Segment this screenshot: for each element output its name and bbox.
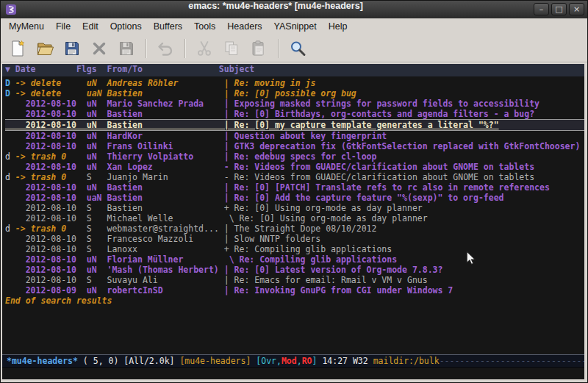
status-close-bracket: ] [312,356,323,366]
toolbar [1,35,587,62]
message-row[interactable]: 2012-08-10 S Lanoxx + Re: Compiling glib… [5,244,584,254]
message-row[interactable]: d -> trash 0 S Juanjo Marin - Re: Videos… [5,172,584,182]
open-file-button[interactable] [34,37,56,60]
toolbar-separator [184,39,185,58]
cursor-position: ( 5, 0) [78,356,123,366]
headers-column-header: ▼ Date Flgs From/To Subject [2,64,584,76]
message-row[interactable]: 2012-08-10 uN HardKor | Question about k… [5,131,584,141]
paste-button[interactable] [248,37,270,60]
menu-options[interactable]: Options [104,18,148,35]
menu-help[interactable]: Help [323,18,354,35]
message-row[interactable]: 2012-08-09 uN robertcInSD | Re: Invoking… [5,285,584,296]
maximize-button[interactable]: □ [551,3,567,15]
message-row[interactable]: D -> delete uaN Bastien | Re: [0] possib… [5,88,584,99]
overwrite-indicator: Ovr [261,356,276,366]
buffer-area: ▼ Date Flgs From/To Subject D -> delete … [2,64,584,379]
message-row[interactable]: 2012-08-10 uaN Bastien | Re: [0] Add the… [5,193,584,203]
toolbar-separator [146,39,146,58]
message-row[interactable]: d -> trash 0 S webmaster@straightd... | … [5,223,584,234]
message-row[interactable]: 2012-08-10 S Bastien + Re: [0] Using org… [5,203,584,213]
menu-headers[interactable]: Headers [221,18,268,35]
copy-button[interactable] [220,37,243,60]
message-row[interactable]: 2012-08-10 uN Mario Sanchez Prada | Expo… [5,99,584,109]
window-controls: –□× [534,3,584,15]
buffer-name: *mu4e-headers* [7,356,78,366]
message-row[interactable]: 2012-08-10 uN Florian Müllner \ Re: Comp… [5,254,584,265]
message-list: D -> delete uN Andreas Röhler | Re: movi… [2,76,584,354]
mode-line: *mu4e-headers* ( 5, 0) [All/2.0k] [mu4e-… [2,354,584,368]
cut-button[interactable] [193,37,215,60]
close-buffer-button[interactable] [88,37,110,60]
status-sep-2: , [297,356,302,366]
frame-body: ▼ Date Flgs From/To Subject D -> delete … [1,62,587,382]
menu-edit[interactable]: Edit [76,18,104,35]
menu-mymenu[interactable]: MyMenu [3,18,50,35]
toolbar-separator [278,39,279,58]
current-message-row[interactable]: 2012-08-10 uN Bastien | Re: [0] my captu… [5,119,584,131]
message-row[interactable]: 2012-08-10 uN Xan Lopez - Re: Videos fro… [5,162,584,172]
message-row[interactable]: 2012-08-10 S Francesco Mazzoli | Slow NN… [5,234,584,244]
message-row[interactable]: D -> delete uN Andreas Röhler | Re: movi… [5,78,584,88]
readonly-indicator: RO [302,356,312,366]
message-count: [All/2.0k] [123,356,179,366]
status-sep-1: , [276,356,282,366]
menu-file[interactable]: File [50,18,76,35]
modified-indicator: Mod [282,356,297,366]
message-row[interactable]: 2012-08-10 S Michael Welle \ Re: [O] Usi… [5,213,584,223]
menu-yasnippet[interactable]: YASnippet [268,18,323,35]
echo-area[interactable] [2,368,584,379]
message-row[interactable]: 2012-08-10 uN Frans Oilinki | GTK3 depre… [5,141,584,151]
menu-buffers[interactable]: Buffers [148,18,188,35]
message-row[interactable]: 2012-08-10 uN Bastien | Re: [0] [PATCH] … [5,182,584,193]
minimize-button[interactable]: – [534,3,549,15]
message-row[interactable]: 2012-08-10 uN Bastien | Re: [0] Birthday… [5,109,584,119]
emacs-icon [5,4,17,15]
week-number: W32 [353,356,373,366]
save-as-button[interactable] [115,37,137,60]
menu-tools[interactable]: Tools [188,18,221,35]
clock: 14:27 [322,356,353,366]
new-file-button[interactable] [7,37,29,60]
undo-button[interactable] [154,37,176,60]
maildir: maildir:/bulk [373,356,440,366]
close-button[interactable]: × [569,3,584,15]
end-of-search-results: End of search results [5,296,584,306]
save-button[interactable] [61,37,83,60]
search-button[interactable] [287,37,309,60]
titlebar[interactable]: emacs: *mu4e-headers* [mu4e-headers] –□× [1,1,587,19]
message-row[interactable]: d -> trash 0 uN Thierry Volpiatto | Re: … [5,151,584,162]
message-row[interactable]: 2012-08-10 S Suvayu Ali | Re: Emacs for … [5,275,584,285]
major-mode: [mu4e-headers] [179,356,256,366]
menubar: MyMenuFileEditOptionsBuffersToolsHeaders… [1,18,587,35]
emacs-window: emacs: *mu4e-headers* [mu4e-headers] –□×… [0,0,588,383]
modeline-filler: ----------------------------------------… [440,356,584,366]
window-title: emacs: *mu4e-headers* [mu4e-headers] [23,1,528,11]
message-row[interactable]: 2012-08-10 uN 'Mash (Thomas Herbert) | R… [5,265,584,275]
